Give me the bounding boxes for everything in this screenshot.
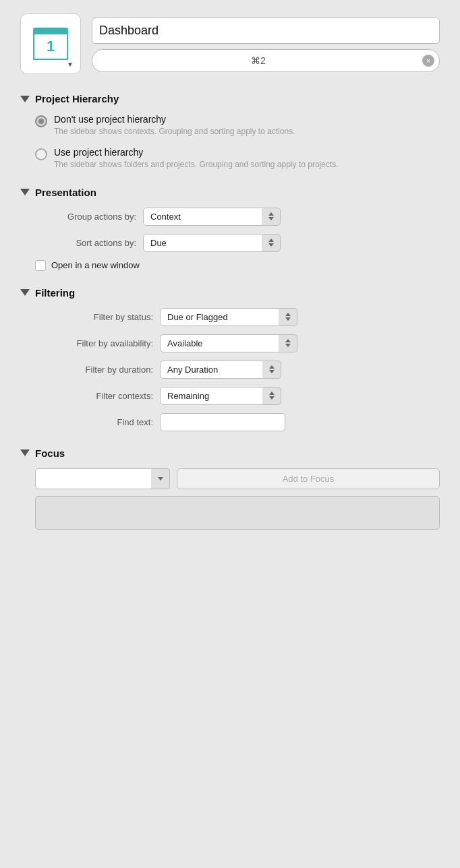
sort-actions-label: Sort actions by: (35, 238, 143, 248)
radio-no-hierarchy-text: Don't use project hierarchy The sidebar … (54, 114, 295, 137)
perspective-icon-box[interactable]: 1 ▼ (20, 13, 81, 74)
collapse-focus-icon[interactable] (20, 450, 30, 456)
section-header-focus: Focus (20, 447, 440, 459)
section-title-focus: Focus (35, 447, 65, 459)
sort-actions-arrow-down (268, 243, 274, 247)
filter-status-row: Filter by status: Due or Flagged × (35, 308, 440, 326)
section-title-presentation: Presentation (35, 187, 96, 198)
group-actions-arrow-up (268, 212, 274, 216)
filter-contexts-select-wrap: Remaining (160, 387, 281, 405)
calendar-icon: 1 (33, 28, 68, 60)
focus-select-arrow-down (158, 477, 163, 480)
filter-availability-row: Filter by availability: Available × (35, 334, 440, 352)
filter-duration-label: Filter by duration: (35, 365, 160, 375)
focus-items-box (35, 496, 440, 530)
group-actions-select-wrap: Context × (143, 208, 281, 226)
presentation-content: Group actions by: Context × Sort actions… (20, 208, 440, 271)
new-window-label: Open in a new window (51, 260, 140, 270)
group-actions-select[interactable]: Context (143, 208, 264, 226)
shortcut-wrap: × (92, 49, 440, 72)
add-to-focus-button[interactable]: Add to Focus (177, 468, 440, 489)
sort-actions-select[interactable]: Due (143, 234, 264, 252)
find-text-label: Find text: (35, 417, 160, 427)
filter-availability-label: Filter by availability: (35, 338, 160, 348)
collapse-presentation-icon[interactable] (20, 189, 30, 195)
filter-duration-arrow[interactable] (262, 361, 281, 379)
filter-availability-arrow[interactable] (279, 334, 297, 352)
filter-contexts-arrow-down (269, 396, 275, 400)
radio-use-hierarchy-button[interactable] (35, 148, 47, 160)
filter-availability-select[interactable]: Available (160, 334, 281, 352)
radio-no-hierarchy-button[interactable] (35, 115, 47, 127)
filter-duration-row: Filter by duration: Any Duration (35, 361, 440, 379)
section-title-filtering: Filtering (35, 287, 75, 299)
filtering-content: Filter by status: Due or Flagged × Filte… (20, 308, 440, 431)
find-text-input[interactable] (160, 413, 285, 431)
icon-dropdown-arrow[interactable]: ▼ (67, 61, 74, 68)
focus-select-wrap (35, 468, 170, 489)
group-actions-label: Group actions by: (35, 212, 143, 222)
filter-status-arrow-down (285, 317, 291, 321)
sort-actions-select-arrow[interactable] (262, 234, 281, 252)
radio-no-hierarchy-indicator (38, 119, 44, 124)
group-actions-select-arrow[interactable] (262, 208, 281, 226)
focus-select-arrow[interactable] (151, 468, 170, 489)
section-project-hierarchy: Project Hierarchy Don't use project hier… (20, 93, 440, 170)
radio-use-hierarchy-desc: The sidebar shows folders and projects. … (54, 159, 339, 170)
focus-select[interactable] (35, 468, 170, 489)
radio-use-hierarchy[interactable]: Use project hierarchy The sidebar shows … (35, 147, 440, 170)
find-text-row: Find text: (35, 413, 440, 431)
section-header-presentation: Presentation (20, 187, 440, 198)
radio-no-hierarchy[interactable]: Don't use project hierarchy The sidebar … (35, 114, 440, 137)
filter-contexts-arrow-up (269, 392, 275, 395)
filter-status-select[interactable]: Due or Flagged (160, 308, 281, 326)
filter-contexts-label: Filter contexts: (35, 391, 160, 401)
filter-availability-arrow-up (285, 339, 291, 342)
sort-actions-row: Sort actions by: Due × (35, 234, 440, 252)
sort-actions-arrow-up (268, 239, 274, 242)
header: 1 ▼ × (20, 13, 440, 74)
section-focus: Focus Add to Focus (20, 447, 440, 530)
filter-contexts-arrow[interactable] (262, 387, 281, 405)
header-inputs: × (92, 13, 440, 72)
filter-status-arrow[interactable] (279, 308, 297, 326)
filter-duration-arrow-up (269, 365, 275, 369)
section-header-project-hierarchy: Project Hierarchy (20, 93, 440, 104)
filter-status-arrow-up (285, 313, 291, 316)
radio-no-hierarchy-desc: The sidebar shows contexts. Grouping and… (54, 126, 295, 137)
filter-status-label: Filter by status: (35, 312, 160, 322)
group-actions-row: Group actions by: Context × (35, 208, 440, 226)
filter-status-select-wrap: Due or Flagged × (160, 308, 297, 326)
filter-duration-select-wrap: Any Duration (160, 361, 281, 379)
section-title-project-hierarchy: Project Hierarchy (35, 93, 119, 104)
perspective-title-input[interactable] (92, 18, 440, 44)
group-actions-arrow-down (268, 217, 274, 220)
radio-use-hierarchy-label: Use project hierarchy (54, 147, 339, 158)
new-window-row: Open in a new window (35, 260, 440, 271)
section-header-filtering: Filtering (20, 287, 440, 299)
section-presentation: Presentation Group actions by: Context × (20, 187, 440, 271)
focus-content: Add to Focus (20, 468, 440, 530)
new-window-checkbox[interactable] (35, 260, 46, 271)
filter-contexts-row: Filter contexts: Remaining (35, 387, 440, 405)
collapse-filtering-icon[interactable] (20, 289, 30, 296)
filter-availability-arrow-down (285, 344, 291, 347)
shortcut-clear-button[interactable]: × (422, 55, 434, 67)
shortcut-input[interactable] (92, 49, 440, 72)
focus-row: Add to Focus (35, 468, 440, 489)
radio-no-hierarchy-label: Don't use project hierarchy (54, 114, 295, 125)
filter-availability-select-wrap: Available × (160, 334, 297, 352)
calendar-number: 1 (33, 34, 68, 60)
sort-actions-select-wrap: Due × (143, 234, 281, 252)
filter-duration-arrow-down (269, 370, 275, 373)
section-filtering: Filtering Filter by status: Due or Flagg… (20, 287, 440, 431)
radio-use-hierarchy-text: Use project hierarchy The sidebar shows … (54, 147, 339, 170)
collapse-project-hierarchy-icon[interactable] (20, 96, 30, 102)
project-hierarchy-content: Don't use project hierarchy The sidebar … (20, 114, 440, 170)
